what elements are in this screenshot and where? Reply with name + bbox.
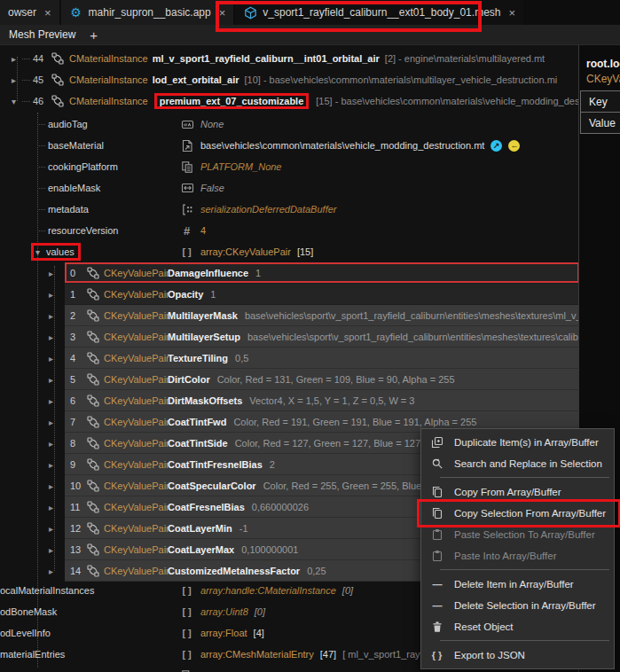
- row-number: 1: [70, 289, 86, 300]
- chevron-right-icon[interactable]: ▸: [49, 411, 65, 433]
- row-number: 2: [70, 310, 86, 321]
- material-info: [15] - base\vehicles\common\materials\ve…: [316, 96, 578, 106]
- chevron-right-icon[interactable]: ▸: [49, 305, 65, 326]
- class-name: CKeyValuePair: [104, 417, 168, 427]
- tab-mesh-preview[interactable]: Mesh Preview: [9, 28, 75, 41]
- menu-item-export-to-json[interactable]: { }Export to JSON: [421, 645, 614, 666]
- chunk-icon: [86, 543, 100, 556]
- tree-row-material-44[interactable]: ▸44CMaterialInstanceml_v_sport1_rayfield…: [0, 48, 578, 69]
- close-icon[interactable]: ×: [44, 6, 51, 20]
- kv-value: -1: [239, 523, 248, 534]
- menu-item-copy-from-array-buffer[interactable]: Copy From Array/Buffer: [421, 481, 614, 503]
- tab-mahir-supron-basic-app[interactable]: ⚙mahir_supron__basic.app×: [61, 0, 234, 25]
- chunk-icon: [86, 288, 100, 301]
- chevron-right-icon[interactable]: ▸: [12, 54, 22, 64]
- tree-stub: [37, 167, 45, 168]
- tab-owser[interactable]: owser×: [0, 0, 59, 25]
- menu-item-label: Reset Object: [454, 621, 513, 632]
- chevron-right-icon[interactable]: ▸: [49, 454, 65, 475]
- tab-v-sport1-rayfield-caliburn-ext01-body-01-mesh[interactable]: v_sport1_rayfield_caliburn__ext01_body_0…: [235, 0, 523, 25]
- material-info: [2] - engine\materials\multilayered.mt: [385, 53, 545, 64]
- property-row-enablemask[interactable]: enableMaskFalse: [0, 177, 578, 199]
- chevron-right-icon[interactable]: ▸: [49, 326, 65, 348]
- kv-row-3[interactable]: ▸3CKeyValuePairMultilayerSetupbase\vehic…: [49, 326, 579, 348]
- context-menu: Duplicate Item(s) in Array/BufferSearch …: [420, 428, 615, 669]
- chevron-right-icon[interactable]: ▸: [12, 75, 22, 85]
- close-icon[interactable]: ×: [508, 6, 515, 20]
- property-row-metadata[interactable]: metadataserializationDeferredDataBuffer: [0, 199, 578, 220]
- class-name: CMaterialInstance: [69, 53, 148, 64]
- kv-row-1[interactable]: ▸1CKeyValuePairOpacity1: [49, 284, 579, 305]
- menu-item-duplicate-item-s-in-array-buffer[interactable]: Duplicate Item(s) in Array/Buffer: [421, 432, 614, 453]
- menu-item-paste-into-array-buffer: Paste Into Array/Buffer: [421, 545, 614, 567]
- jump-to-file-icon[interactable]: ↗: [491, 140, 502, 152]
- tree-row-material-45[interactable]: ▸45CMaterialInstancelod_ext_orbital_air[…: [0, 69, 578, 90]
- kv-key: CoatLayerMax: [168, 544, 234, 555]
- chunk-icon: [86, 309, 100, 322]
- kv-value: 1: [255, 268, 261, 278]
- kv-row-2[interactable]: ▸2CKeyValuePairMultilayerMaskbase\vehicl…: [49, 305, 579, 326]
- property-label: ocalMaterialInstances: [0, 585, 94, 596]
- class-name: CKeyValuePair: [104, 332, 168, 342]
- property-row-audiotag[interactable]: audioTagNone: [0, 113, 578, 135]
- kv-key: CoatTintFresnelBias: [168, 459, 263, 470]
- chevron-right-icon[interactable]: ▸: [49, 560, 65, 582]
- chevron-right-icon[interactable]: ▸: [49, 284, 65, 305]
- chevron-right-icon[interactable]: ▸: [49, 262, 65, 284]
- menu-item-delete-selection-in-array-buffer[interactable]: —Delete Selection in Array/Buffer: [421, 595, 614, 616]
- kv-row-4[interactable]: ▸4CKeyValuePairTextureTiling0,5: [49, 348, 579, 369]
- copy-icon: [430, 507, 444, 520]
- property-label: odLevelInfo: [0, 628, 51, 638]
- chevron-down-icon[interactable]: ▾: [35, 247, 46, 257]
- menu-item-paste-selection-to-array-buffer: Paste Selection To Array/Buffer: [421, 524, 614, 545]
- minus-icon: —: [430, 579, 444, 590]
- kv-row-0[interactable]: ▸0CKeyValuePairDamageInfluence1: [49, 262, 579, 284]
- kv-row-6[interactable]: ▸6CKeyValuePairDirtMaskOffsetsVector4, X…: [49, 390, 579, 411]
- chevron-down-icon[interactable]: ▾: [12, 97, 22, 106]
- tree-stub: [37, 231, 45, 231]
- menu-item-label: Delete Selection in Array/Buffer: [454, 600, 596, 611]
- row-number: 10: [70, 481, 86, 491]
- property-row-resourceversion[interactable]: resourceVersion#4: [0, 220, 578, 241]
- property-row-values[interactable]: ▾values[ ]array:CKeyValuePair[15]: [0, 241, 578, 262]
- close-icon[interactable]: ×: [219, 6, 226, 20]
- chevron-right-icon[interactable]: ▸: [49, 518, 65, 539]
- chevron-right-icon[interactable]: ▸: [49, 433, 65, 454]
- menu-item-delete-item-in-array-buffer[interactable]: —Delete Item in Array/Buffer: [421, 574, 614, 595]
- add-tab-icon[interactable]: +: [90, 27, 98, 43]
- chunk-icon: [86, 522, 100, 535]
- chevron-right-icon[interactable]: ▸: [49, 390, 65, 411]
- chevron-right-icon[interactable]: ▸: [49, 348, 65, 369]
- kv-value: 0,5: [235, 353, 248, 363]
- kv-value: Color, Red = 191, Green = 191, Blue = 19…: [233, 417, 476, 427]
- tab-bar: owser×⚙mahir_supron__basic.app×v_sport1_…: [0, 0, 620, 25]
- chevron-right-icon[interactable]: ▸: [49, 475, 65, 496]
- property-row-cookingplatform[interactable]: cookingPlatformPLATFORM_None: [0, 156, 578, 177]
- class-name: CKeyValuePair: [104, 502, 168, 512]
- material-name: premium_ext_07_customizable: [154, 93, 310, 109]
- duplicate-icon: [430, 436, 444, 449]
- chunk-icon: [86, 373, 100, 386]
- kv-key: TextureTiling: [168, 353, 228, 363]
- chevron-right-icon[interactable]: ▸: [49, 539, 65, 560]
- array-icon: [ ]: [180, 628, 194, 638]
- menu-item-search-and-replace-in-selection[interactable]: Search and Replace in Selection: [421, 453, 614, 474]
- menu-item-reset-object[interactable]: Reset Object: [421, 616, 614, 637]
- class-name: CKeyValuePair: [104, 395, 168, 406]
- kv-key: DirtMaskOffsets: [168, 395, 242, 406]
- tree-row-material-46[interactable]: ▾46CMaterialInstancepremium_ext_07_custo…: [0, 90, 578, 112]
- hash-icon: #: [180, 224, 194, 238]
- chevron-right-icon[interactable]: ▸: [49, 369, 65, 390]
- class-name: CKeyValuePair: [104, 566, 168, 576]
- chunk-icon: [51, 74, 65, 86]
- menu-item-copy-selection-from-array-buffer[interactable]: Copy Selection From Array/Buffer: [421, 503, 614, 524]
- braces-icon: { }: [430, 650, 444, 660]
- chunk-icon: [86, 458, 100, 471]
- kv-key: MultilayerSetup: [168, 332, 240, 342]
- chevron-right-icon[interactable]: ▸: [49, 496, 65, 518]
- right-panel-cell-key[interactable]: Key: [580, 90, 620, 113]
- use-selected-icon[interactable]: ←: [508, 140, 520, 152]
- kv-row-5[interactable]: ▸5CKeyValuePairDirtColorColor, Red = 131…: [49, 369, 579, 390]
- property-row-basematerial[interactable]: baseMaterialbase\vehicles\common\materia…: [0, 135, 578, 156]
- right-panel-cell-value[interactable]: Value: [580, 112, 620, 134]
